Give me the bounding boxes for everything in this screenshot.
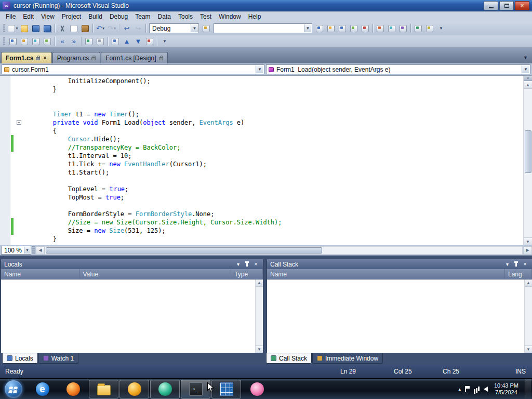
menu-help[interactable]: Help — [245, 12, 265, 21]
display-word-completion-button[interactable] — [42, 36, 53, 47]
save-button[interactable] — [30, 23, 42, 34]
close-button[interactable]: × — [515, 1, 529, 10]
menu-view[interactable]: View — [37, 12, 58, 21]
menu-test[interactable]: Test — [196, 12, 215, 21]
navigate-backward-button[interactable]: ↩ — [121, 23, 132, 34]
toolbar-options-button[interactable]: ▾ — [159, 36, 170, 47]
new-item-button[interactable]: ▾ — [7, 23, 19, 34]
taskbar-grid-app[interactable] — [211, 380, 241, 398]
scroll-down-arrow[interactable]: ▼ — [525, 345, 532, 353]
column-header-name[interactable]: Name — [1, 269, 79, 279]
auto-hide-pin-button[interactable] — [243, 261, 251, 268]
find-combo-input[interactable] — [217, 24, 312, 33]
locals-scrollbar[interactable]: ▲ ▼ — [255, 280, 263, 353]
quick-find-button[interactable] — [314, 23, 325, 34]
column-header-lang[interactable]: Lang — [505, 269, 532, 279]
show-desktop-button[interactable] — [525, 379, 531, 399]
tab-form1-cs-design-[interactable]: Form1.cs [Design] — [101, 52, 167, 63]
taskbar-internet-explorer[interactable] — [28, 380, 57, 398]
editor-horizontal-scrollbar[interactable] — [45, 246, 523, 255]
outlining-margin[interactable] — [16, 76, 22, 245]
tab-form1-cs[interactable]: Form1.cs× — [1, 52, 52, 63]
chevron-down-icon[interactable]: ▼ — [191, 24, 198, 32]
start-page-button[interactable] — [424, 23, 435, 34]
volume-icon[interactable] — [484, 387, 488, 392]
action-center-flag-icon[interactable] — [465, 386, 470, 392]
close-tab-button[interactable]: × — [43, 55, 47, 61]
chevron-down-icon[interactable]: ▼ — [24, 247, 30, 254]
cut-button[interactable] — [57, 23, 68, 34]
column-header-value[interactable]: Value — [79, 269, 231, 279]
types-dropdown[interactable]: cursor.Form1 ▼ — [2, 64, 264, 74]
tab-program-cs[interactable]: Program.cs — [52, 52, 100, 63]
panel-tab-immediate-window[interactable]: Immediate Window — [312, 353, 383, 364]
menu-project[interactable]: Project — [58, 12, 85, 21]
panel-tab-locals[interactable]: Locals — [2, 353, 38, 364]
find-combo[interactable]: ▼ — [214, 23, 312, 33]
chevron-down-icon[interactable]: ▼ — [522, 65, 529, 73]
toolbar-options-button[interactable]: ▾ — [435, 23, 447, 34]
scroll-down-arrow[interactable]: ▼ — [524, 237, 532, 245]
immediate-window-button[interactable] — [397, 23, 409, 34]
copy-button[interactable] — [68, 23, 79, 34]
column-header-type[interactable]: Type — [231, 269, 263, 279]
display-object-member-list-button[interactable] — [7, 36, 19, 47]
maximize-button[interactable] — [499, 1, 514, 10]
taskbar-flower-app[interactable] — [242, 380, 272, 398]
error-list-button[interactable] — [375, 23, 386, 34]
scrollbar-thumb[interactable] — [46, 247, 322, 254]
column-header-name[interactable]: Name — [267, 269, 505, 279]
taskbar-green-orb-app[interactable] — [150, 380, 180, 398]
active-files-dropdown-button[interactable]: ▼ — [520, 54, 531, 61]
increase-indent-button[interactable]: » — [68, 36, 79, 47]
close-panel-button[interactable]: × — [252, 261, 260, 268]
scrollbar-splitter[interactable] — [32, 246, 35, 255]
open-file-button[interactable] — [19, 23, 30, 34]
scroll-down-arrow[interactable]: ▼ — [256, 345, 263, 353]
breakpoint-margin[interactable] — [0, 76, 10, 245]
editor-vertical-scrollbar[interactable]: ≡ ▲ ▼ — [523, 76, 532, 245]
taskbar-firefox[interactable] — [58, 380, 88, 398]
taskbar-media-app[interactable] — [119, 380, 149, 398]
taskbar-console-app[interactable] — [181, 380, 210, 398]
code-area[interactable]: InitializeComponent(); } Timer t1 = new … — [23, 77, 523, 243]
toolbar-grip[interactable] — [3, 24, 5, 33]
navigate-forward-button[interactable]: ↪ — [132, 23, 144, 34]
minimize-button[interactable] — [484, 1, 498, 10]
menu-debug[interactable]: Debug — [106, 12, 131, 21]
toggle-bookmark-button[interactable] — [110, 36, 121, 47]
command-window-button[interactable] — [386, 23, 397, 34]
toolbox-button[interactable] — [360, 23, 371, 34]
members-dropdown[interactable]: Form1_Load(object sender, EventArgs e) ▼ — [266, 64, 530, 74]
scroll-up-arrow[interactable]: ▲ — [256, 280, 263, 287]
start-button[interactable] — [0, 379, 27, 399]
decrease-indent-button[interactable]: « — [57, 36, 68, 47]
find-in-files-button[interactable] — [201, 23, 212, 34]
display-quick-info-button[interactable] — [30, 36, 42, 47]
window-position-button[interactable]: ▾ — [234, 261, 242, 268]
menu-build[interactable]: Build — [85, 12, 106, 21]
taskbar-clock[interactable]: 10:43 PM 7/5/2024 — [492, 382, 521, 396]
chevron-down-icon[interactable]: ▼ — [256, 65, 263, 73]
collapse-region-button[interactable]: − — [17, 120, 21, 125]
redo-button[interactable]: ↷▾ — [106, 23, 117, 34]
scroll-right-arrow[interactable]: ▶ — [523, 246, 532, 255]
scrollbar-thumb[interactable] — [525, 130, 531, 173]
extension-manager-button[interactable] — [413, 23, 424, 34]
menu-data[interactable]: Data — [154, 12, 175, 21]
panel-tab-watch-1[interactable]: Watch 1 — [38, 353, 79, 364]
menu-file[interactable]: File — [2, 12, 19, 21]
window-position-button[interactable]: ▾ — [503, 261, 511, 268]
properties-window-button[interactable] — [337, 23, 348, 34]
solution-explorer-button[interactable] — [325, 23, 337, 34]
paste-button[interactable] — [79, 23, 91, 34]
comment-selection-button[interactable] — [83, 36, 95, 47]
panel-tab-call-stack[interactable]: Call Stack — [266, 353, 312, 364]
auto-hide-pin-button[interactable] — [512, 261, 520, 268]
network-icon[interactable] — [474, 387, 480, 391]
callstack-scrollbar[interactable]: ▲ ▼ — [524, 280, 532, 353]
locals-title-bar[interactable]: Locals ▾× — [1, 259, 263, 269]
scroll-left-arrow[interactable]: ◀ — [36, 246, 45, 255]
zoom-dropdown[interactable]: 100 % ▼ — [1, 246, 31, 255]
toolbar-grip[interactable] — [3, 37, 5, 46]
